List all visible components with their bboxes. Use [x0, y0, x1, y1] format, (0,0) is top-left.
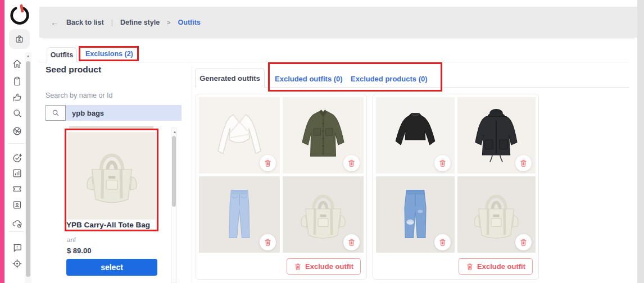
clipboard-icon: [12, 76, 22, 86]
back-arrow-icon[interactable]: ←: [51, 17, 59, 27]
check-plus-icon: [12, 153, 22, 163]
remove-item-button[interactable]: [434, 155, 451, 171]
trash-icon: [347, 238, 356, 247]
sidebar-scrollbar[interactable]: ▲: [25, 52, 31, 283]
outfit-item-black-hooded-jacket: [457, 97, 536, 174]
seed-product-title: Seed product: [46, 65, 101, 75]
olive-shirt-jacket-image: [292, 103, 355, 166]
sidebar-item-tasks[interactable]: [11, 152, 23, 164]
outfit-item-ripped-blue-jeans: [376, 176, 455, 253]
outfit-item-white-wrap-top: [199, 97, 280, 174]
sidebar-item-tickets[interactable]: [11, 182, 23, 195]
globe-icon: [12, 126, 22, 136]
outfit-card: Exclude outfit: [373, 94, 539, 280]
workspace-button[interactable]: [9, 29, 30, 49]
remove-item-button[interactable]: [515, 234, 532, 250]
scroll-up-icon[interactable]: ▲: [25, 53, 31, 59]
ticket-icon: [12, 184, 22, 194]
sidebar-scrollbar-thumb[interactable]: [26, 61, 30, 277]
sidebar-item-reports[interactable]: [11, 167, 23, 179]
breadcrumb-current: Outfits: [178, 19, 201, 26]
accent-strip: [0, 0, 4, 283]
thumbs-up-icon: [12, 92, 22, 103]
exclude-outfit-label: Exclude outfit: [305, 262, 353, 271]
sidebar-divider: [8, 231, 24, 232]
sidebar-divider: [8, 143, 24, 144]
remove-item-button[interactable]: [260, 234, 276, 250]
breadcrumb-back-link[interactable]: Back to list: [66, 19, 104, 26]
app-logo[interactable]: [9, 4, 30, 25]
column-divider: [192, 66, 192, 283]
seed-product-name: YPB Carry-All Tote Bag: [66, 221, 158, 229]
outfit-style-app: ▲ ← Back to list | Define style > Outfit…: [0, 0, 644, 283]
remove-item-button[interactable]: [343, 234, 360, 250]
tab-excluded-outfits[interactable]: Excluded outfits (0): [275, 75, 343, 83]
breadcrumb: ← Back to list | Define style > Outfits: [51, 17, 201, 27]
select-button[interactable]: select: [66, 259, 157, 276]
remove-item-button[interactable]: [434, 234, 451, 250]
search-input[interactable]: [66, 105, 182, 121]
outfit-item-olive-shirt-jacket: [283, 97, 364, 174]
exclude-outfit-button[interactable]: Exclude outfit: [287, 258, 361, 275]
exclude-outfit-button[interactable]: Exclude outfit: [459, 258, 533, 275]
search-icon: [12, 108, 22, 118]
cream-tote-bag-image: [292, 182, 355, 245]
outfit-items-grid: [199, 97, 364, 253]
seed-product-brand: anf: [67, 236, 76, 243]
chart-icon: [12, 168, 22, 179]
contact-card-icon: [12, 199, 22, 210]
sidebar: ▲: [4, 0, 35, 283]
sidebar-item-explore[interactable]: [11, 125, 23, 137]
outfit-items-grid: [376, 97, 536, 253]
outfit-item-light-blue-jeans: [199, 176, 280, 253]
trash-icon: [466, 263, 474, 271]
tab-outfits[interactable]: Outfits: [47, 47, 77, 62]
tab-strip-border: [39, 62, 629, 62]
trash-icon: [294, 263, 302, 271]
product-list-scrollbar[interactable]: ▲: [171, 127, 177, 283]
trash-icon: [438, 159, 447, 167]
header-band: ← Back to list | Define style > Outfits: [39, 7, 637, 38]
search-button[interactable]: [46, 105, 66, 121]
outfit-item-cream-tote-bag: [283, 176, 364, 253]
outfit-card: Exclude outfit: [196, 94, 367, 280]
outfit-item-black-crop-top: [376, 97, 455, 174]
target-icon: [12, 258, 22, 269]
search-label: Search by name or Id: [46, 92, 113, 99]
tab-excluded-products[interactable]: Excluded products (0): [351, 75, 428, 83]
tab-exclusions[interactable]: Exclusions (2): [85, 50, 133, 58]
breadcrumb-define-style[interactable]: Define style: [120, 19, 160, 26]
seed-product-price: $ 89.00: [67, 247, 91, 255]
page-margin: [637, 0, 644, 283]
trash-icon: [264, 159, 272, 167]
sidebar-item-location[interactable]: [11, 257, 23, 270]
trash-icon: [347, 159, 356, 167]
cream-tote-bag-image: [76, 140, 147, 211]
trash-icon: [438, 238, 447, 247]
remove-item-button[interactable]: [515, 155, 532, 171]
scroll-up-icon[interactable]: ▲: [171, 129, 178, 135]
previous-list-item: [69, 126, 153, 130]
remove-item-button[interactable]: [343, 155, 360, 171]
trash-icon: [519, 238, 528, 247]
product-list-scrollbar-thumb[interactable]: [172, 136, 176, 207]
magnifier-icon: [51, 108, 60, 117]
white-wrap-top-image: [208, 103, 271, 166]
light-blue-jeans-image: [208, 182, 271, 245]
sidebar-item-home[interactable]: [11, 57, 23, 70]
sidebar-item-feedback[interactable]: [11, 241, 23, 254]
remove-item-button[interactable]: [260, 155, 276, 171]
power-icon: [9, 4, 30, 25]
exclude-outfit-label: Exclude outfit: [477, 262, 525, 271]
sidebar-item-contacts[interactable]: [11, 198, 23, 211]
sidebar-item-search[interactable]: [11, 107, 23, 119]
seed-product-image[interactable]: [67, 132, 156, 220]
chevron-right-icon: >: [167, 19, 170, 26]
sidebar-item-cloud[interactable]: [11, 217, 23, 230]
breadcrumb-divider: |: [111, 19, 113, 26]
sidebar-item-recommendations[interactable]: [11, 91, 23, 103]
sidebar-item-clipboard[interactable]: [11, 75, 23, 87]
home-icon: [12, 58, 22, 69]
outfit-item-cream-tote-bag: [457, 176, 536, 253]
tab-generated-outfits[interactable]: Generated outfits: [195, 68, 265, 88]
